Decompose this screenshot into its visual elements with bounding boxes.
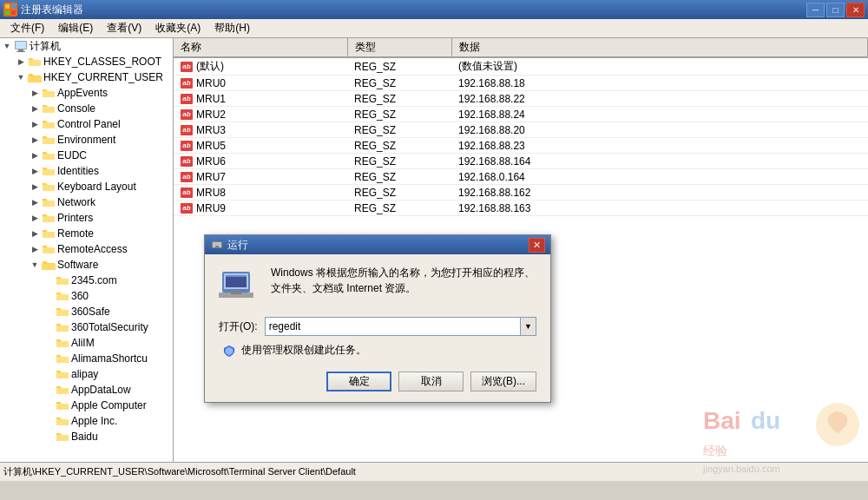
browse-button[interactable]: 浏览(B)... <box>470 372 536 391</box>
table-row[interactable]: ab(默认)REG_SZ(数值未设置) <box>174 57 868 76</box>
folder-icon <box>42 118 56 130</box>
tree-toggle-icon[interactable] <box>42 273 56 287</box>
tree-node-row[interactable]: ▶ AppEvents <box>0 85 173 101</box>
table-row[interactable]: abMRU8REG_SZ192.168.88.162 <box>174 185 868 201</box>
tree-node-row[interactable]: ▶ Network <box>0 194 173 210</box>
table-row[interactable]: abMRU1REG_SZ192.168.88.22 <box>174 91 868 107</box>
col-name[interactable]: 名称 <box>174 38 347 57</box>
tree-toggle-icon[interactable]: ▶ <box>28 195 42 209</box>
tree-node-row[interactable]: ▶ Control Panel <box>0 116 173 132</box>
cell-value: 192.168.88.163 <box>451 201 868 216</box>
col-data[interactable]: 数据 <box>451 38 868 57</box>
folder-icon <box>56 415 69 427</box>
tree-node-row[interactable]: 360 <box>0 288 173 304</box>
tree-toggle-icon[interactable] <box>42 430 56 444</box>
table-row[interactable]: abMRU6REG_SZ192.168.88.164 <box>174 154 868 169</box>
tree-node-row[interactable]: AppDataLow <box>0 382 173 398</box>
tree-node: Apple Inc. <box>0 413 173 429</box>
tree-toggle-icon[interactable] <box>42 320 56 334</box>
tree-toggle-icon[interactable] <box>42 336 56 350</box>
menu-view[interactable]: 查看(V) <box>100 19 148 37</box>
tree-node-row[interactable]: ▶ HKEY_CLASSES_ROOT <box>0 54 173 69</box>
tree-node-label: RemoteAccess <box>57 243 128 255</box>
minimize-button[interactable]: ─ <box>806 3 825 17</box>
tree-toggle-icon[interactable]: ▶ <box>28 227 42 240</box>
tree-node-row[interactable]: ▶ Identities <box>0 163 173 179</box>
tree-node-row[interactable]: 360Safe <box>0 304 173 319</box>
folder-icon <box>42 227 56 240</box>
svg-rect-18 <box>43 232 55 238</box>
svg-rect-24 <box>56 341 69 347</box>
col-type[interactable]: 类型 <box>347 38 451 57</box>
menu-edit[interactable]: 编辑(E) <box>51 19 100 37</box>
tree-toggle-icon[interactable] <box>42 414 56 428</box>
tree-node-row[interactable]: ▶ Environment <box>0 132 173 148</box>
tree-toggle-icon[interactable]: ▶ <box>28 242 42 256</box>
svg-rect-16 <box>43 201 55 207</box>
folder-icon <box>42 165 56 177</box>
folder-icon <box>42 102 56 115</box>
tree-panel[interactable]: ▼ 计算机▶ HKEY_CLASSES_ROOT▼ HKEY_CURRENT_U… <box>0 38 174 462</box>
tree-node-row[interactable]: Baidu <box>0 429 173 444</box>
tree-node-row[interactable]: Apple Inc. <box>0 413 173 429</box>
svg-rect-13 <box>43 154 55 160</box>
tree-node-row[interactable]: ▶ Printers <box>0 210 173 226</box>
tree-node-row[interactable]: ▼ 计算机 <box>0 38 173 54</box>
tree-node-row[interactable]: ▼ HKEY_CURRENT_USER <box>0 69 173 85</box>
table-row[interactable]: abMRU2REG_SZ192.168.88.24 <box>174 107 868 122</box>
tree-toggle-icon[interactable]: ▶ <box>28 180 42 194</box>
tree-toggle-icon[interactable]: ▶ <box>28 211 42 225</box>
tree-toggle-icon[interactable] <box>42 398 56 412</box>
tree-node-row[interactable]: ▶ EUDC <box>0 148 173 163</box>
table-row[interactable]: abMRU9REG_SZ192.168.88.163 <box>174 201 868 216</box>
close-button[interactable]: ✕ <box>846 3 865 17</box>
menu-help[interactable]: 帮助(H) <box>207 19 257 37</box>
tree-toggle-icon[interactable] <box>42 289 56 303</box>
tree-node-row[interactable]: ▼ Software <box>0 257 173 273</box>
tree-toggle-icon[interactable]: ▼ <box>28 258 42 272</box>
tree-toggle-icon[interactable] <box>42 352 56 365</box>
dialog-input-wrapper: ▼ <box>265 317 536 336</box>
tree-node-row[interactable]: alipay <box>0 366 173 382</box>
tree-node-row[interactable]: 360TotalSecurity <box>0 319 173 335</box>
dialog-top: Windows 将根据您所输入的名称，为您打开相应的程序、文件夹、文档或 Int… <box>219 265 536 306</box>
tree-toggle-icon[interactable]: ▶ <box>28 102 42 115</box>
menu-favorites[interactable]: 收藏夹(A) <box>148 19 207 37</box>
tree-toggle-icon[interactable]: ▶ <box>28 164 42 178</box>
tree-toggle-icon[interactable]: ▶ <box>28 133 42 147</box>
tree-node-row[interactable]: ▶ Remote <box>0 226 173 241</box>
tree-node-row[interactable]: ▶ Keyboard Layout <box>0 179 173 194</box>
cancel-button[interactable]: 取消 <box>398 372 464 391</box>
tree-node-row[interactable]: Apple Computer <box>0 398 173 413</box>
tree-node-label: 360 <box>71 290 89 302</box>
table-row[interactable]: abMRU0REG_SZ192.168.88.18 <box>174 76 868 91</box>
table-row[interactable]: abMRU3REG_SZ192.168.88.20 <box>174 122 868 138</box>
tree-toggle-icon[interactable] <box>42 383 56 397</box>
tree-toggle-icon[interactable] <box>42 305 56 319</box>
tree-toggle-icon[interactable]: ▶ <box>28 117 42 131</box>
run-input[interactable] <box>265 317 521 336</box>
table-row[interactable]: abMRU5REG_SZ192.168.88.23 <box>174 138 868 154</box>
tree-toggle-icon[interactable]: ▼ <box>0 39 14 53</box>
dropdown-button[interactable]: ▼ <box>521 317 536 336</box>
svg-rect-9 <box>43 91 55 97</box>
tree-toggle-icon[interactable]: ▶ <box>14 55 28 69</box>
tree-toggle-icon[interactable]: ▶ <box>28 86 42 100</box>
tree-node-row[interactable]: ▶ RemoteAccess <box>0 241 173 257</box>
tree-toggle-icon[interactable]: ▶ <box>28 148 42 162</box>
tree-toggle-icon[interactable] <box>42 367 56 381</box>
svg-rect-10 <box>43 107 55 113</box>
tree-node-row[interactable]: 2345.com <box>0 273 173 288</box>
tree-node-row[interactable]: ▶ Console <box>0 101 173 116</box>
tree-node-row[interactable]: AlimamaShortcu <box>0 351 173 366</box>
run-dialog[interactable]: 运行 ✕ Windows 将根据您所输入的名称，为您打开相应的程序、文件夹、文档… <box>204 234 551 403</box>
tree-node: ▼ 计算机 <box>0 38 173 54</box>
table-row[interactable]: abMRU7REG_SZ192.168.0.164 <box>174 169 868 185</box>
maximize-button[interactable]: □ <box>826 3 845 17</box>
menu-file[interactable]: 文件(F) <box>3 19 51 37</box>
tree-node-label: AliIM <box>71 337 95 349</box>
tree-node-row[interactable]: AliIM <box>0 335 173 351</box>
dialog-close-button[interactable]: ✕ <box>529 238 545 253</box>
confirm-button[interactable]: 确定 <box>326 372 391 391</box>
tree-toggle-icon[interactable]: ▼ <box>14 70 28 84</box>
